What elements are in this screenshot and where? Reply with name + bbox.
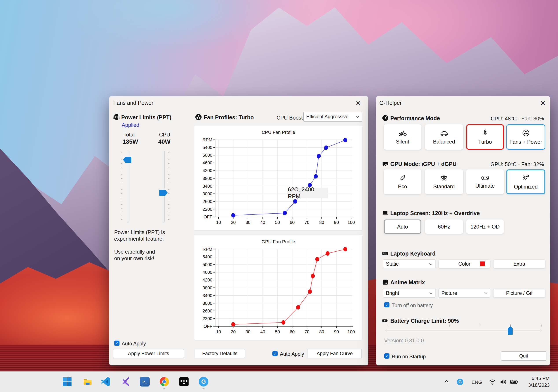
svg-text:50: 50 <box>275 220 280 225</box>
svg-text:4200: 4200 <box>203 168 213 173</box>
run-on-startup-checkbox[interactable] <box>384 353 389 359</box>
laptop-icon <box>382 210 389 216</box>
battery-limit-slider-thumb[interactable] <box>508 326 513 335</box>
svg-text:3000: 3000 <box>203 301 213 306</box>
matrix-mode-dropdown[interactable]: Picture <box>438 289 490 298</box>
g-helper-icon[interactable]: G <box>199 377 208 386</box>
svg-text:60: 60 <box>290 329 295 334</box>
keyboard-extra-button[interactable]: Extra <box>493 259 545 268</box>
screen-auto-button[interactable]: Auto <box>384 219 421 234</box>
cpu-slider-track[interactable] <box>163 151 165 223</box>
turn-off-on-battery-checkbox[interactable] <box>384 302 389 307</box>
applied-status: Applied <box>122 122 139 128</box>
mode-label: Silent <box>396 139 409 145</box>
gpu-fan-chart[interactable]: GPU Fan ProfileOFF2200260030003400380042… <box>194 235 362 340</box>
powershell-icon[interactable]: >_ <box>140 377 150 386</box>
turn-off-on-battery-label[interactable]: Turn off on battery <box>392 303 433 309</box>
chrome-icon[interactable] <box>159 377 169 386</box>
svg-text:40: 40 <box>260 329 265 334</box>
lightbulb-gear-icon <box>522 174 530 182</box>
perf-mode-silent-button[interactable]: Silent <box>384 124 421 150</box>
close-icon[interactable]: ✕ <box>352 97 364 109</box>
vscode-icon[interactable] <box>101 377 110 386</box>
quit-button[interactable]: Quit <box>501 351 546 361</box>
svg-text:80: 80 <box>319 220 324 225</box>
battery-limit-slider-track[interactable] <box>385 330 541 331</box>
auto-apply-power-checkbox[interactable] <box>114 341 120 346</box>
perf-mode-balanced-button[interactable]: Balanced <box>425 124 463 150</box>
run-on-startup-label[interactable]: Run on Startup <box>392 354 426 360</box>
svg-text:90: 90 <box>334 329 339 334</box>
screen-60hz-button[interactable]: 60Hz <box>425 219 463 234</box>
g-helper-running-indicator <box>202 389 205 389</box>
version-link[interactable]: Version: 0.31.0.0 <box>384 337 424 344</box>
chevron-down-icon <box>355 115 359 118</box>
visual-studio-icon[interactable] <box>121 377 131 386</box>
fan-icon <box>195 114 202 121</box>
mode-label: Optimized <box>514 184 538 190</box>
tray-language[interactable]: ENG <box>471 379 482 385</box>
chevron-down-icon <box>429 292 433 294</box>
apply-fan-curve-button[interactable]: Apply Fan Curve <box>308 349 362 358</box>
file-explorer-icon[interactable] <box>83 377 92 386</box>
g-helper-window: G-Helper ✕ Performance Mode CPU: 48°C - … <box>376 96 550 365</box>
tray-g-helper-icon[interactable]: G <box>457 379 463 385</box>
wifi-icon[interactable] <box>489 379 496 385</box>
svg-text:2200: 2200 <box>203 316 213 321</box>
power-limits-header: Power Limits (PPT) <box>121 114 171 121</box>
start-button-icon[interactable] <box>62 377 72 386</box>
battery-charging-icon[interactable] <box>510 379 519 385</box>
svg-text:20: 20 <box>231 220 236 225</box>
ppt-note-line3: Use carefully and <box>114 249 155 255</box>
cpu-temp-status: CPU: 48°C - Fan: 30% <box>491 116 544 122</box>
window-title: Fans and Power <box>113 100 153 106</box>
keyboard-icon <box>382 250 389 257</box>
laptop-screen-header: Laptop Screen: 120Hz + Overdrive <box>390 210 480 217</box>
ppt-note-line4: on your own risk! <box>114 255 154 261</box>
svg-text:5000: 5000 <box>203 262 213 267</box>
svg-text:4600: 4600 <box>203 160 213 165</box>
tray-chevron-up-icon[interactable] <box>444 379 449 384</box>
chrome-running-indicator <box>163 389 166 389</box>
auto-apply-power-label[interactable]: Auto Apply <box>122 341 146 347</box>
keyboard-mode-dropdown[interactable]: Static <box>383 259 436 268</box>
svg-text:3400: 3400 <box>203 184 213 189</box>
matrix-brightness-dropdown[interactable]: Bright <box>383 289 436 298</box>
cpu-boost-label: CPU Boost <box>277 115 303 121</box>
anime-matrix-header: Anime Matrix <box>390 279 425 286</box>
apply-power-limits-button[interactable]: Apply Power Limits <box>113 349 184 358</box>
svg-text:90: 90 <box>334 220 339 225</box>
total-slider-thumb[interactable] <box>123 157 131 163</box>
cpu-chip-icon <box>113 114 120 121</box>
cpu-fan-chart[interactable]: CPU Fan ProfileOFF2200260030003400380042… <box>194 125 362 231</box>
cpu-boost-dropdown[interactable]: Efficient Aggressive <box>303 112 362 122</box>
gpu-mode-eco-button[interactable]: Eco <box>384 169 421 194</box>
mode-label: Ultimate <box>475 183 495 189</box>
cpu-slider-thumb[interactable] <box>159 190 168 196</box>
volume-icon[interactable] <box>500 379 507 385</box>
perf-mode-fans-power-button[interactable]: Fans + Power <box>506 124 545 150</box>
gpu-mode-standard-button[interactable]: Standard <box>425 169 463 194</box>
taskbar-clock[interactable]: 6:45 PM 3/18/2023 <box>528 375 550 389</box>
gpu-mode-ultimate-button[interactable]: Ultimate <box>466 169 504 194</box>
svg-text:100: 100 <box>348 329 355 334</box>
matrix-picture-gif-button[interactable]: Picture / Gif <box>493 289 545 298</box>
gauge-icon <box>382 115 389 121</box>
auto-apply-fan-checkbox[interactable] <box>272 351 278 356</box>
svg-text:20: 20 <box>231 329 236 334</box>
clock-date: 3/18/2023 <box>528 382 550 389</box>
bicycle-icon <box>399 129 407 136</box>
tidal-icon[interactable] <box>179 377 189 386</box>
screen-120hz-od-button[interactable]: 120Hz + OD <box>466 219 504 234</box>
mode-label: Fans + Power <box>509 139 542 145</box>
factory-defaults-button[interactable]: Factory Defaults <box>195 349 245 358</box>
car-icon <box>440 129 448 136</box>
perf-mode-turbo-button[interactable]: Turbo <box>466 124 504 150</box>
close-icon[interactable]: ✕ <box>537 97 549 109</box>
gpu-mode-optimized-button[interactable]: Optimized <box>506 169 545 194</box>
svg-text:30: 30 <box>245 220 250 225</box>
svg-text:80: 80 <box>319 329 324 334</box>
auto-apply-fan-label[interactable]: Auto Apply <box>280 351 304 357</box>
svg-text:OFF: OFF <box>203 324 212 329</box>
keyboard-color-button[interactable]: Color <box>438 259 490 268</box>
